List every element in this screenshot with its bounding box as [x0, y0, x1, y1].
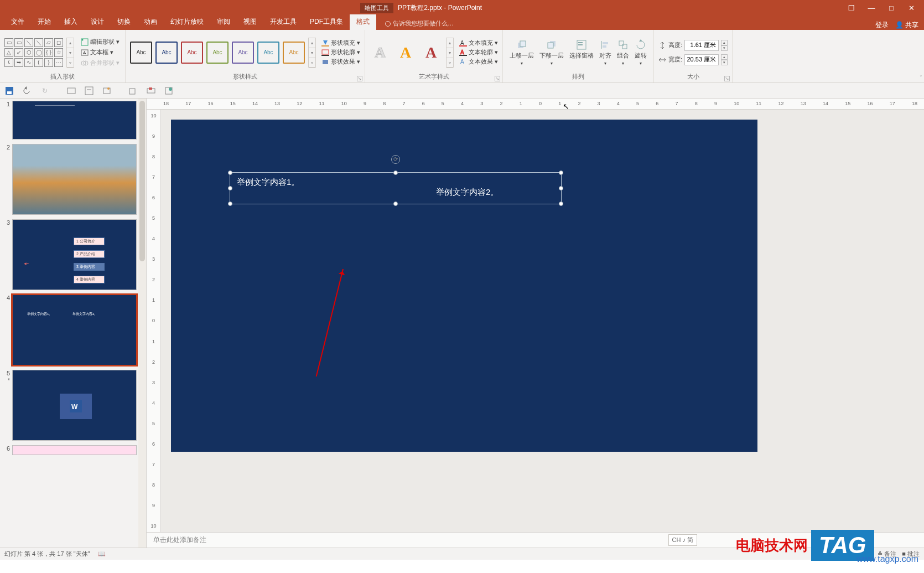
tab-design[interactable]: 设计	[84, 14, 111, 30]
wordart-preset[interactable]: A	[370, 40, 391, 65]
slide-thumbnail[interactable]: W	[12, 370, 137, 441]
style-preset[interactable]: Abc	[181, 42, 203, 64]
tab-home[interactable]: 开始	[31, 14, 58, 30]
redo-icon[interactable]: ↻	[40, 86, 50, 96]
resize-handle[interactable]	[228, 186, 232, 190]
merge-shapes-button[interactable]: 合并形状 ▾	[80, 58, 121, 68]
tab-slideshow[interactable]: 幻灯片放映	[164, 14, 210, 30]
tab-file[interactable]: 文件	[4, 14, 31, 30]
shape-fill-button[interactable]: 形状填充 ▾	[321, 39, 360, 47]
send-backward-button[interactable]: 下移一层▾	[537, 38, 566, 67]
shape-effects-button[interactable]: 形状效果 ▾	[321, 58, 360, 66]
resize-handle[interactable]	[228, 202, 232, 206]
shapes-gallery-more[interactable]: ▴▾▿	[66, 38, 74, 68]
style-preset[interactable]: Abc	[206, 42, 229, 64]
slide-thumbnail[interactable]	[12, 445, 137, 455]
sign-in-link[interactable]: 登录	[875, 20, 889, 30]
height-input[interactable]	[684, 40, 719, 51]
style-preset[interactable]: Abc	[130, 42, 152, 64]
text-outline-button[interactable]: A文本轮廓 ▾	[459, 48, 498, 56]
slide-thumbnail[interactable]: ————————————	[12, 101, 137, 140]
slide-thumbnail[interactable]	[12, 144, 137, 215]
slide-thumbnail-current[interactable]: 举例文字内容1。 举例文字内容2。	[12, 295, 137, 365]
wordart-gallery[interactable]: A A A ▴▾▿	[370, 38, 454, 68]
group-button[interactable]: 组合▾	[615, 38, 631, 67]
collapse-ribbon-icon[interactable]: ˇ	[920, 75, 922, 81]
width-spinner[interactable]: ▴▾	[721, 54, 728, 65]
style-preset[interactable]: Abc	[232, 42, 254, 64]
resize-handle[interactable]	[228, 171, 232, 175]
slide-thumbnails-pane[interactable]: 1 ———————————— 2 3 1 公司简介 2 产品介绍 3 举例内容 …	[0, 99, 147, 548]
tab-pdf-tools[interactable]: PDF工具集	[303, 14, 350, 30]
text-fill-button[interactable]: A文本填充 ▾	[459, 39, 498, 47]
tab-format[interactable]: 格式	[350, 14, 376, 30]
wordart-preset[interactable]: A	[395, 40, 416, 65]
tab-developer[interactable]: 开发工具	[263, 14, 303, 30]
qat-icon[interactable]	[66, 86, 76, 96]
bring-forward-button[interactable]: 上移一层▾	[507, 38, 536, 67]
thumbnails-scrollbar[interactable]	[138, 99, 146, 548]
svg-rect-8	[321, 55, 329, 56]
share-button[interactable]: 👤 共享	[895, 20, 918, 30]
shape-outline-button[interactable]: 形状轮廓 ▾	[321, 48, 360, 56]
qat-icon[interactable]	[84, 86, 94, 96]
edit-shape-button[interactable]: 编辑形状 ▾	[80, 37, 121, 47]
minimize-button[interactable]: —	[862, 0, 881, 16]
resize-handle[interactable]	[559, 186, 563, 190]
shape-styles-dialog-launcher[interactable]: ↘	[357, 76, 362, 81]
width-input[interactable]	[684, 54, 719, 65]
horizontal-ruler[interactable]: 1817161514131211109876543210123456789101…	[147, 99, 924, 110]
style-preset[interactable]: Abc	[257, 42, 279, 64]
style-preset[interactable]: Abc	[155, 42, 178, 64]
text-effects-button[interactable]: A文本效果 ▾	[459, 58, 498, 66]
ime-indicator[interactable]: CH ♪ 简	[668, 534, 698, 546]
tab-animation[interactable]: 动画	[137, 14, 164, 30]
tell-me-search[interactable]: 告诉我您想要做什么…	[383, 17, 456, 30]
size-dialog-launcher[interactable]: ↘	[724, 76, 730, 81]
height-spinner[interactable]: ▴▾	[721, 40, 728, 51]
tab-review[interactable]: 审阅	[210, 14, 237, 30]
textbox-content[interactable]: 举例文字内容1。	[237, 177, 299, 188]
qat-icon[interactable]	[128, 86, 138, 96]
qat-icon[interactable]	[146, 86, 156, 96]
style-preset[interactable]: Abc	[283, 42, 305, 64]
shape-style-gallery[interactable]: Abc Abc Abc Abc Abc Abc Abc ▴▾▿	[130, 38, 316, 68]
shapes-gallery[interactable]: ▭▭＼＼▱◻ △↙⬡◯{ }☆ ⤹➥∿(}⋯	[4, 38, 63, 67]
qat-icon[interactable]	[164, 86, 174, 96]
resize-handle[interactable]	[393, 171, 398, 175]
selection-pane-button[interactable]: 选择窗格	[567, 38, 596, 67]
align-button[interactable]: 对齐▾	[597, 38, 614, 67]
slide[interactable]: ⟳ 举例文字内容1。 举例文字内容2。	[171, 120, 757, 452]
resize-handle[interactable]	[559, 171, 563, 175]
resize-handle[interactable]	[559, 202, 563, 206]
text-box-button[interactable]: A文本框 ▾	[80, 48, 121, 57]
textbox-content[interactable]: 举例文字内容2。	[436, 187, 499, 198]
wordart-gallery-more[interactable]: ▴▾▿	[446, 38, 454, 68]
notes-toggle[interactable]: ≙ 备注	[878, 550, 896, 558]
rotate-handle[interactable]: ⟳	[391, 155, 400, 164]
svg-rect-36	[129, 89, 135, 94]
wordart-preset[interactable]: A	[421, 40, 442, 65]
status-bar: 幻灯片 第 4 张，共 17 张 "天体" 📖 ≙ 备注 ■ 批注	[0, 548, 924, 560]
slide-thumbnail[interactable]: 1 公司简介 2 产品介绍 3 举例内容 4 举例内容 ◀━	[12, 219, 137, 290]
undo-icon[interactable]	[22, 86, 32, 96]
spellcheck-icon[interactable]: 📖	[98, 550, 106, 557]
tab-view[interactable]: 视图	[237, 14, 263, 30]
rotate-button[interactable]: 旋转▾	[632, 38, 649, 67]
style-gallery-more[interactable]: ▴▾▿	[308, 38, 316, 68]
vertical-ruler[interactable]: 10987654321012345678910	[147, 110, 161, 532]
resize-handle[interactable]	[393, 202, 398, 206]
maximize-button[interactable]: □	[882, 0, 901, 16]
ribbon-options-icon[interactable]: ❐	[842, 0, 861, 16]
qat-icon[interactable]	[102, 86, 112, 96]
wordart-dialog-launcher[interactable]: ↘	[495, 76, 500, 81]
slide-counter[interactable]: 幻灯片 第 4 张，共 17 张 "天体"	[4, 550, 90, 558]
slide-canvas-area[interactable]: ⟳ 举例文字内容1。 举例文字内容2。	[161, 110, 924, 532]
close-button[interactable]: ✕	[902, 0, 921, 16]
tab-transition[interactable]: 切换	[111, 14, 137, 30]
save-icon[interactable]	[4, 86, 14, 96]
selected-textbox[interactable]: ⟳ 举例文字内容1。 举例文字内容2。	[230, 172, 562, 204]
tab-insert[interactable]: 插入	[58, 14, 84, 30]
notes-pane[interactable]: 单击此处添加备注 CH ♪ 简	[147, 532, 924, 548]
comments-toggle[interactable]: ■ 批注	[902, 550, 920, 558]
